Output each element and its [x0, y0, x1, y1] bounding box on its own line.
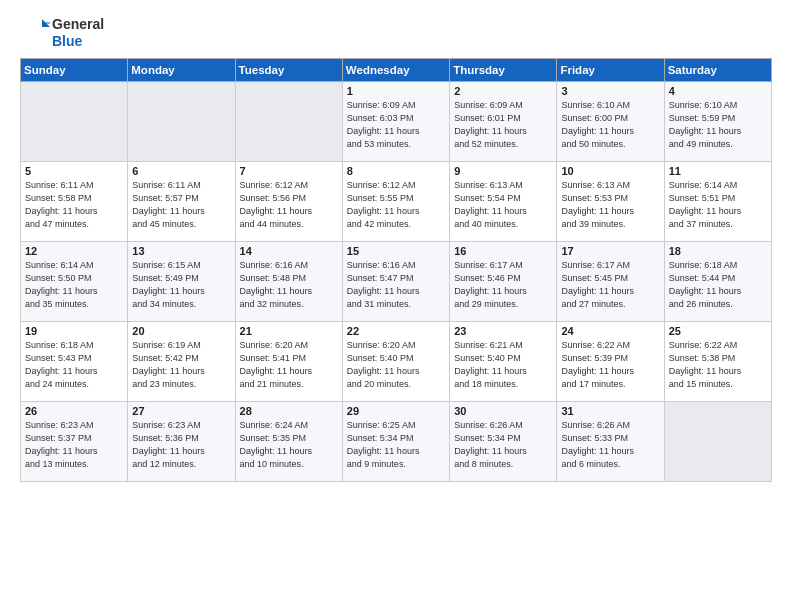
day-number: 13 — [132, 245, 230, 257]
day-info: Sunrise: 6:16 AM Sunset: 5:47 PM Dayligh… — [347, 259, 445, 311]
day-info: Sunrise: 6:22 AM Sunset: 5:39 PM Dayligh… — [561, 339, 659, 391]
day-number: 18 — [669, 245, 767, 257]
day-cell: 2Sunrise: 6:09 AM Sunset: 6:01 PM Daylig… — [450, 81, 557, 161]
day-cell: 23Sunrise: 6:21 AM Sunset: 5:40 PM Dayli… — [450, 321, 557, 401]
day-cell: 11Sunrise: 6:14 AM Sunset: 5:51 PM Dayli… — [664, 161, 771, 241]
day-cell: 25Sunrise: 6:22 AM Sunset: 5:38 PM Dayli… — [664, 321, 771, 401]
day-cell: 3Sunrise: 6:10 AM Sunset: 6:00 PM Daylig… — [557, 81, 664, 161]
day-number: 1 — [347, 85, 445, 97]
day-info: Sunrise: 6:12 AM Sunset: 5:56 PM Dayligh… — [240, 179, 338, 231]
day-number: 20 — [132, 325, 230, 337]
day-cell: 20Sunrise: 6:19 AM Sunset: 5:42 PM Dayli… — [128, 321, 235, 401]
day-info: Sunrise: 6:12 AM Sunset: 5:55 PM Dayligh… — [347, 179, 445, 231]
logo-blue: Blue — [52, 33, 104, 50]
calendar-body: 1Sunrise: 6:09 AM Sunset: 6:03 PM Daylig… — [21, 81, 772, 481]
day-info: Sunrise: 6:21 AM Sunset: 5:40 PM Dayligh… — [454, 339, 552, 391]
day-info: Sunrise: 6:17 AM Sunset: 5:46 PM Dayligh… — [454, 259, 552, 311]
day-cell: 21Sunrise: 6:20 AM Sunset: 5:41 PM Dayli… — [235, 321, 342, 401]
day-info: Sunrise: 6:18 AM Sunset: 5:43 PM Dayligh… — [25, 339, 123, 391]
day-number: 16 — [454, 245, 552, 257]
day-info: Sunrise: 6:22 AM Sunset: 5:38 PM Dayligh… — [669, 339, 767, 391]
day-cell — [21, 81, 128, 161]
day-info: Sunrise: 6:13 AM Sunset: 5:53 PM Dayligh… — [561, 179, 659, 231]
day-cell: 31Sunrise: 6:26 AM Sunset: 5:33 PM Dayli… — [557, 401, 664, 481]
day-info: Sunrise: 6:17 AM Sunset: 5:45 PM Dayligh… — [561, 259, 659, 311]
day-cell: 18Sunrise: 6:18 AM Sunset: 5:44 PM Dayli… — [664, 241, 771, 321]
day-number: 30 — [454, 405, 552, 417]
day-cell — [664, 401, 771, 481]
weekday-wednesday: Wednesday — [342, 58, 449, 81]
day-number: 23 — [454, 325, 552, 337]
day-number: 8 — [347, 165, 445, 177]
day-cell — [128, 81, 235, 161]
day-number: 11 — [669, 165, 767, 177]
day-number: 25 — [669, 325, 767, 337]
day-number: 7 — [240, 165, 338, 177]
day-info: Sunrise: 6:10 AM Sunset: 5:59 PM Dayligh… — [669, 99, 767, 151]
day-cell: 7Sunrise: 6:12 AM Sunset: 5:56 PM Daylig… — [235, 161, 342, 241]
day-cell: 6Sunrise: 6:11 AM Sunset: 5:57 PM Daylig… — [128, 161, 235, 241]
day-info: Sunrise: 6:10 AM Sunset: 6:00 PM Dayligh… — [561, 99, 659, 151]
day-cell — [235, 81, 342, 161]
day-number: 22 — [347, 325, 445, 337]
day-cell: 4Sunrise: 6:10 AM Sunset: 5:59 PM Daylig… — [664, 81, 771, 161]
weekday-header-row: SundayMondayTuesdayWednesdayThursdayFrid… — [21, 58, 772, 81]
day-info: Sunrise: 6:23 AM Sunset: 5:37 PM Dayligh… — [25, 419, 123, 471]
day-info: Sunrise: 6:16 AM Sunset: 5:48 PM Dayligh… — [240, 259, 338, 311]
day-info: Sunrise: 6:26 AM Sunset: 5:34 PM Dayligh… — [454, 419, 552, 471]
day-number: 12 — [25, 245, 123, 257]
day-info: Sunrise: 6:09 AM Sunset: 6:03 PM Dayligh… — [347, 99, 445, 151]
day-info: Sunrise: 6:25 AM Sunset: 5:34 PM Dayligh… — [347, 419, 445, 471]
weekday-tuesday: Tuesday — [235, 58, 342, 81]
day-info: Sunrise: 6:13 AM Sunset: 5:54 PM Dayligh… — [454, 179, 552, 231]
day-cell: 1Sunrise: 6:09 AM Sunset: 6:03 PM Daylig… — [342, 81, 449, 161]
day-cell: 10Sunrise: 6:13 AM Sunset: 5:53 PM Dayli… — [557, 161, 664, 241]
week-row-3: 12Sunrise: 6:14 AM Sunset: 5:50 PM Dayli… — [21, 241, 772, 321]
day-number: 5 — [25, 165, 123, 177]
day-number: 10 — [561, 165, 659, 177]
day-number: 26 — [25, 405, 123, 417]
day-cell: 8Sunrise: 6:12 AM Sunset: 5:55 PM Daylig… — [342, 161, 449, 241]
day-number: 28 — [240, 405, 338, 417]
day-info: Sunrise: 6:24 AM Sunset: 5:35 PM Dayligh… — [240, 419, 338, 471]
day-cell: 24Sunrise: 6:22 AM Sunset: 5:39 PM Dayli… — [557, 321, 664, 401]
week-row-5: 26Sunrise: 6:23 AM Sunset: 5:37 PM Dayli… — [21, 401, 772, 481]
week-row-4: 19Sunrise: 6:18 AM Sunset: 5:43 PM Dayli… — [21, 321, 772, 401]
day-info: Sunrise: 6:14 AM Sunset: 5:50 PM Dayligh… — [25, 259, 123, 311]
weekday-saturday: Saturday — [664, 58, 771, 81]
weekday-sunday: Sunday — [21, 58, 128, 81]
weekday-monday: Monday — [128, 58, 235, 81]
day-cell: 26Sunrise: 6:23 AM Sunset: 5:37 PM Dayli… — [21, 401, 128, 481]
day-cell: 27Sunrise: 6:23 AM Sunset: 5:36 PM Dayli… — [128, 401, 235, 481]
day-info: Sunrise: 6:19 AM Sunset: 5:42 PM Dayligh… — [132, 339, 230, 391]
day-number: 29 — [347, 405, 445, 417]
day-cell: 17Sunrise: 6:17 AM Sunset: 5:45 PM Dayli… — [557, 241, 664, 321]
day-info: Sunrise: 6:15 AM Sunset: 5:49 PM Dayligh… — [132, 259, 230, 311]
day-cell: 14Sunrise: 6:16 AM Sunset: 5:48 PM Dayli… — [235, 241, 342, 321]
day-info: Sunrise: 6:20 AM Sunset: 5:41 PM Dayligh… — [240, 339, 338, 391]
day-cell: 19Sunrise: 6:18 AM Sunset: 5:43 PM Dayli… — [21, 321, 128, 401]
svg-rect-0 — [20, 17, 52, 49]
week-row-1: 1Sunrise: 6:09 AM Sunset: 6:03 PM Daylig… — [21, 81, 772, 161]
day-cell: 9Sunrise: 6:13 AM Sunset: 5:54 PM Daylig… — [450, 161, 557, 241]
day-number: 17 — [561, 245, 659, 257]
day-info: Sunrise: 6:11 AM Sunset: 5:57 PM Dayligh… — [132, 179, 230, 231]
logo-svg — [20, 17, 52, 49]
day-number: 9 — [454, 165, 552, 177]
day-cell: 15Sunrise: 6:16 AM Sunset: 5:47 PM Dayli… — [342, 241, 449, 321]
day-number: 31 — [561, 405, 659, 417]
logo-general: General — [52, 16, 104, 33]
day-number: 24 — [561, 325, 659, 337]
day-number: 14 — [240, 245, 338, 257]
day-cell: 16Sunrise: 6:17 AM Sunset: 5:46 PM Dayli… — [450, 241, 557, 321]
header-row: General Blue — [20, 16, 772, 50]
day-info: Sunrise: 6:20 AM Sunset: 5:40 PM Dayligh… — [347, 339, 445, 391]
day-cell: 30Sunrise: 6:26 AM Sunset: 5:34 PM Dayli… — [450, 401, 557, 481]
day-number: 15 — [347, 245, 445, 257]
day-number: 21 — [240, 325, 338, 337]
day-cell: 29Sunrise: 6:25 AM Sunset: 5:34 PM Dayli… — [342, 401, 449, 481]
day-cell: 5Sunrise: 6:11 AM Sunset: 5:58 PM Daylig… — [21, 161, 128, 241]
day-number: 2 — [454, 85, 552, 97]
logo: General Blue — [20, 16, 104, 50]
calendar-container: General Blue SundayMondayTuesdayWednesda… — [0, 0, 792, 612]
